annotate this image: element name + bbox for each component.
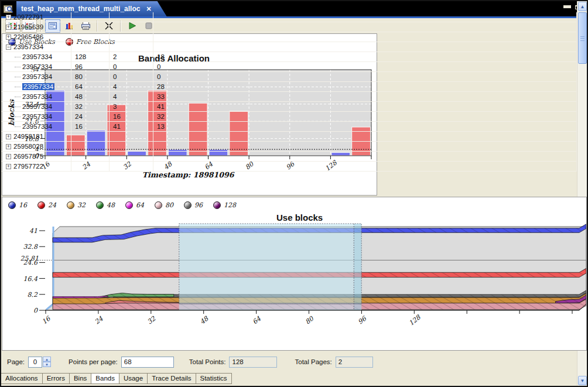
table-group-row[interactable]: +20972791 [1, 12, 209, 22]
timestamp-table-panel: TimestampSizeUseFree +20972791+21965639+… [1, 1, 209, 163]
table-body: +20972791+21965639+22965486−239573342395… [1, 12, 209, 163]
use-value [110, 162, 153, 163]
expand-icon[interactable]: + [6, 35, 11, 40]
size-value: 24 [71, 112, 110, 121]
use-value [110, 42, 153, 52]
use-blocks-panel: 16243248648096128 Use blocks 08.216.424.… [2, 197, 587, 351]
editor-tab-title: test_heap_mem_thread_multi_alloc [21, 5, 140, 13]
table-row[interactable]: 239573349600 [1, 62, 209, 72]
minimize-icon[interactable] [563, 5, 571, 8]
selection-overlay [179, 224, 361, 310]
use-value: 16 [110, 112, 153, 121]
tree-connector [15, 107, 20, 107]
svg-text:32.8: 32.8 [23, 243, 38, 251]
timestamp-value: 23957334 [22, 53, 52, 60]
expand-icon[interactable]: + [6, 154, 11, 159]
footer-tab-errors[interactable]: Errors [42, 373, 70, 384]
use-value: 2 [110, 52, 153, 61]
size-value: 80 [71, 72, 110, 81]
page-spinner[interactable]: 0 [28, 357, 42, 368]
footer-tab-usage[interactable]: Usage [119, 373, 148, 384]
use-legend-item-80: 80 [155, 201, 173, 209]
legend-dot-icon [96, 201, 104, 209]
use-legend-item-24: 24 [37, 201, 56, 209]
size-value [71, 132, 110, 141]
timestamp-value: 20972791 [13, 13, 43, 20]
table-row[interactable]: 2395733448433 [1, 92, 209, 102]
svg-text:0: 0 [33, 307, 38, 314]
use-value [110, 32, 153, 42]
table-row[interactable]: 2395733432341 [1, 102, 209, 112]
use-legend-item-64: 64 [125, 201, 144, 209]
use-value: 0 [110, 62, 153, 71]
free-value: 41 [153, 102, 209, 111]
table-group-row[interactable]: +27957722 [1, 162, 209, 163]
page-label: Page: [7, 358, 25, 365]
table-group-row[interactable]: +24958181 [1, 132, 209, 142]
table-group-row[interactable]: +25958028 [1, 142, 209, 152]
points-per-page-input[interactable]: 68 [121, 357, 174, 368]
timestamp-value: 23957334 [22, 113, 52, 120]
free-value: 18 [153, 52, 209, 61]
spinner-down-icon[interactable]: ▼ [43, 362, 51, 367]
use-blocks-chart[interactable]: 08.216.424.632.84125.8116243248648096128 [2, 214, 586, 350]
table-group-row[interactable]: +26957875 [1, 152, 209, 162]
legend-dot-icon [213, 201, 221, 209]
table-row[interactable]: 23957334128218 [1, 52, 209, 62]
timestamp-value: 23957334 [13, 43, 43, 50]
expand-icon[interactable]: + [6, 15, 11, 20]
table-group-row[interactable]: −23957334 [1, 42, 209, 52]
svg-text:41: 41 [29, 227, 37, 235]
footer-tab-statistics[interactable]: Statistics [196, 373, 232, 384]
use-value: 3 [110, 102, 153, 111]
table-row[interactable]: 2395733464428 [1, 82, 209, 92]
use-legend-item-96: 96 [184, 201, 203, 209]
use-value: 4 [110, 82, 153, 91]
footer-tab-bands[interactable]: Bands [91, 373, 119, 384]
svg-text:96: 96 [357, 314, 368, 326]
spinner-up-icon[interactable]: ▲ [43, 357, 51, 362]
free-value: 0 [153, 62, 209, 71]
timestamp-value: 24958181 [13, 133, 43, 140]
legend-label: 16 [19, 201, 27, 209]
collapse-icon[interactable]: − [6, 44, 11, 50]
timestamp-value: 23957334 [22, 123, 52, 130]
tree-connector [15, 67, 20, 67]
free-value [153, 162, 209, 163]
expand-icon[interactable]: + [6, 25, 11, 30]
free-value: 0 [153, 72, 209, 81]
table-row[interactable]: 23957334164113 [1, 122, 209, 132]
table-row[interactable]: 23957334241632 [1, 112, 209, 122]
timestamp-value: 25958028 [13, 143, 43, 150]
footer-tab-trace-details[interactable]: Trace Details [147, 373, 196, 384]
tree-connector [15, 57, 20, 57]
timestamp-value: 23957334 [22, 93, 52, 100]
size-value [71, 22, 110, 32]
use-legend-item-16: 16 [8, 201, 27, 209]
footer-tab-allocations[interactable]: Allocations [1, 373, 43, 384]
legend-label: 24 [48, 201, 56, 209]
size-value [71, 152, 110, 161]
close-icon[interactable]: ✕ [146, 5, 151, 13]
timestamp-value: 27957722 [13, 163, 43, 163]
free-value [153, 152, 209, 161]
timestamp-value: 26957875 [13, 153, 43, 160]
expand-icon[interactable]: + [6, 144, 11, 149]
legend-label: 80 [165, 201, 173, 209]
free-value [153, 132, 209, 141]
free-value: 13 [153, 122, 209, 131]
legend-label: 128 [224, 201, 236, 209]
use-value: 41 [110, 122, 153, 131]
free-value: 28 [153, 82, 209, 91]
page-spinner-buttons: ▲ ▼ [43, 357, 51, 367]
expand-icon[interactable]: + [6, 134, 11, 139]
table-group-row[interactable]: +22965486 [1, 32, 209, 42]
legend-dot-icon [184, 201, 192, 209]
table-row[interactable]: 239573348000 [1, 72, 209, 82]
tree-connector [15, 87, 20, 87]
footer-tab-bins[interactable]: Bins [69, 373, 91, 384]
size-value: 32 [71, 102, 110, 111]
table-group-row[interactable]: +21965639 [1, 22, 209, 32]
use-value [110, 152, 153, 161]
free-value [153, 42, 209, 52]
